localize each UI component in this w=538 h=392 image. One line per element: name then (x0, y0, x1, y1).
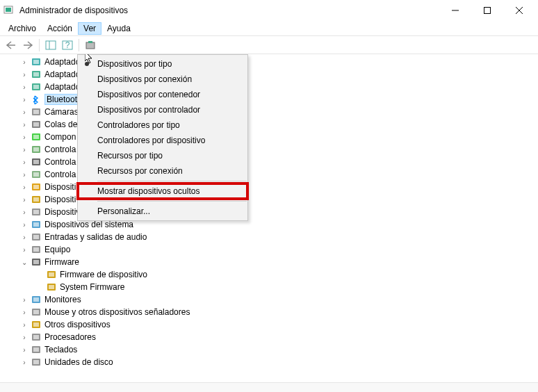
network-icon (31, 81, 42, 92)
menu-resources-by-connection[interactable]: Recursos por conexión (78, 163, 247, 179)
expand-icon[interactable]: › (19, 359, 29, 366)
expand-icon[interactable]: › (19, 196, 29, 204)
menu-drivers-by-type[interactable]: Controladores por tipo (78, 117, 247, 133)
tree-node[interactable]: ›Otros dispositivos (4, 318, 538, 331)
svg-rect-11 (88, 41, 92, 43)
tree-node[interactable]: ⌄Firmware (4, 256, 538, 268)
menu-separator (97, 201, 247, 202)
tree-node-label: Procesadores (44, 332, 96, 342)
menu-customize[interactable]: Personalizar... (78, 204, 247, 219)
svg-rect-51 (33, 310, 39, 314)
collapse-icon[interactable]: ⌄ (19, 259, 29, 266)
tree-node[interactable]: ›Entradas y salidas de audio (4, 231, 538, 243)
expand-icon[interactable]: › (19, 334, 29, 341)
menu-devices-by-connection[interactable]: Dispositivos por conexión (78, 72, 247, 87)
device-tree-panel: Dispositivos por tipo Dispositivos por c… (0, 54, 538, 392)
svg-rect-15 (33, 72, 39, 76)
svg-rect-29 (33, 172, 39, 177)
back-button[interactable] (3, 39, 19, 51)
show-hide-tree-button[interactable] (42, 39, 59, 51)
expand-icon[interactable]: › (19, 221, 29, 229)
svg-rect-21 (33, 122, 39, 126)
expand-icon[interactable]: › (19, 209, 29, 216)
computer-icon (31, 244, 42, 255)
maximize-button[interactable] (471, 0, 503, 21)
tree-node[interactable]: System Firmware (4, 281, 538, 293)
expand-icon[interactable]: › (19, 246, 29, 254)
menu-drivers-by-device[interactable]: Controladores por dispositivo (78, 133, 247, 148)
expand-icon[interactable]: › (19, 71, 29, 79)
tree-node[interactable]: ›Teclados (4, 343, 538, 356)
menu-devices-by-type[interactable]: Dispositivos por tipo (78, 56, 247, 72)
tree-node-label: Dispositi (44, 182, 76, 192)
expand-icon[interactable]: › (19, 146, 29, 154)
forward-button[interactable] (19, 39, 36, 51)
menu-devices-by-container[interactable]: Dispositivos por contenedor (78, 87, 247, 102)
expand-icon[interactable]: › (19, 96, 29, 104)
svg-rect-19 (33, 110, 39, 114)
expand-icon[interactable]: › (19, 309, 29, 316)
svg-rect-45 (49, 272, 54, 277)
expand-icon[interactable]: › (19, 321, 29, 329)
svg-rect-35 (33, 210, 39, 214)
expand-icon[interactable]: › (19, 158, 29, 166)
toolbar: ? (0, 36, 538, 54)
expand-icon[interactable]: › (19, 346, 29, 354)
sound-icon (31, 144, 42, 155)
expand-icon[interactable]: › (19, 183, 29, 191)
refresh-button[interactable] (82, 39, 99, 51)
expand-icon[interactable]: › (19, 296, 29, 304)
tree-node[interactable]: ›Unidades de disco (4, 356, 538, 368)
svg-rect-47 (49, 285, 54, 289)
tree-node[interactable]: ›Monitores (4, 293, 538, 306)
tree-node-label: Controla (44, 145, 76, 154)
menu-archivo[interactable]: Archivo (3, 22, 42, 35)
menu-accion[interactable]: Acción (42, 22, 78, 35)
svg-rect-6 (46, 41, 56, 49)
expand-icon[interactable]: › (19, 108, 29, 116)
minimize-button[interactable] (439, 0, 471, 21)
bluetooth-icon (31, 94, 42, 105)
tree-node[interactable]: ›Mouse y otros dispositivos señaladores (4, 306, 538, 318)
svg-rect-27 (33, 160, 39, 164)
printer-icon (31, 119, 42, 130)
tree-node-label: Controla (44, 157, 76, 167)
help-button[interactable]: ? (59, 39, 76, 51)
menu-resources-by-type[interactable]: Recursos por tipo (78, 148, 247, 163)
monitor-icon (31, 294, 42, 305)
expand-icon[interactable]: › (19, 121, 29, 129)
expand-icon[interactable]: › (19, 83, 29, 91)
svg-rect-3 (484, 8, 491, 14)
expand-icon[interactable]: › (19, 234, 29, 241)
tree-node[interactable]: ›Procesadores (4, 331, 538, 343)
menu-show-hidden-devices[interactable]: Mostrar dispositivos ocultos (78, 183, 247, 199)
storage-icon (31, 169, 42, 180)
close-button[interactable] (503, 0, 535, 21)
tree-node-label: Compon (44, 132, 76, 142)
menu-ver[interactable]: Ver (78, 22, 101, 35)
tree-node-label: Adaptado (44, 70, 80, 79)
firmware-icon (31, 256, 42, 268)
expand-icon[interactable]: › (19, 171, 29, 179)
menu-ayuda[interactable]: Ayuda (101, 22, 136, 35)
tree-node[interactable]: ›Equipo (4, 243, 538, 256)
firmware-child-icon (46, 281, 57, 293)
tree-node[interactable]: Firmware de dispositivo (4, 268, 538, 281)
svg-rect-59 (33, 360, 39, 364)
menu-separator (97, 181, 247, 181)
tree-node-label: Firmware (44, 257, 79, 267)
tree-node-label: Entradas y salidas de audio (44, 232, 147, 242)
expand-icon[interactable]: › (19, 133, 29, 141)
tree-node-label: Cámaras (44, 107, 79, 117)
menu-devices-by-driver[interactable]: Dispositivos por controlador (78, 102, 247, 117)
svg-rect-23 (33, 135, 39, 139)
component-icon (31, 131, 42, 142)
svg-rect-25 (33, 147, 39, 152)
network-icon (31, 69, 42, 80)
camera-icon (31, 106, 42, 117)
expand-icon[interactable]: › (19, 58, 29, 66)
tree-node-label: Controla (44, 170, 76, 179)
software-icon (31, 206, 42, 218)
svg-rect-39 (33, 235, 39, 239)
horizontal-scrollbar[interactable] (0, 382, 538, 392)
